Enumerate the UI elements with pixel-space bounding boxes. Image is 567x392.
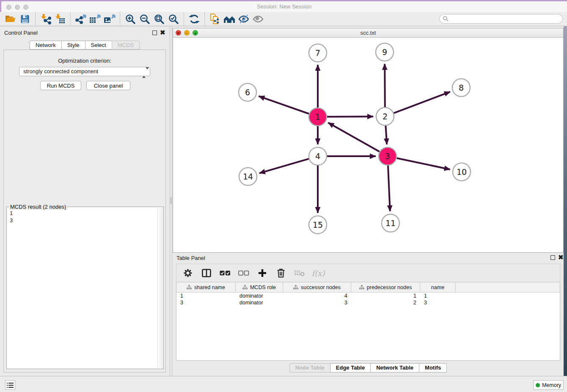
tab-node-table[interactable]: Node Table (289, 363, 330, 373)
zoom-window-icon[interactable] (23, 5, 28, 10)
column-type-icon (293, 285, 298, 290)
tab-mcds[interactable]: MCDS (112, 41, 140, 50)
desktop-background (564, 26, 567, 376)
search-input[interactable] (439, 14, 563, 24)
cell-successor-nodes[interactable]: 4 (283, 293, 351, 299)
splitter-grip[interactable] (170, 197, 172, 204)
show-all-button[interactable] (251, 13, 265, 25)
tab-select[interactable]: Select (85, 41, 112, 50)
mcds-result-box: MCDS result (2 nodes) 13 (6, 207, 164, 369)
gear-button[interactable] (182, 267, 194, 279)
cell-predecessor-nodes[interactable]: 2 (351, 299, 420, 306)
save-session-icon (20, 14, 30, 24)
add-column-button[interactable] (256, 267, 269, 279)
first-neighbors-button[interactable] (222, 13, 237, 25)
search-box (439, 14, 563, 24)
column-header-MCDS-role[interactable]: MCDS role (236, 282, 283, 292)
tab-style[interactable]: Style (61, 41, 85, 50)
toolbar-separator (35, 13, 36, 25)
column-header-shared-name[interactable]: shared name (176, 282, 236, 292)
column-header-successor-nodes[interactable]: successor nodes (283, 282, 351, 292)
cell-shared-name[interactable]: 1 (176, 293, 236, 299)
run-mcds-button[interactable]: Run MCDS (40, 81, 81, 90)
clone-network-button[interactable] (208, 13, 222, 25)
cell-name[interactable]: 1 (420, 293, 456, 299)
cell-successor-nodes[interactable]: 3 (283, 299, 351, 306)
table-panel: Table Panel ✖ f(x) shared nameMCDS roles… (173, 253, 564, 376)
control-panel-tabs: NetworkStyleSelectMCDS (0, 41, 169, 50)
hide-selected-button[interactable] (237, 13, 251, 25)
node-label-1: 1 (315, 112, 320, 121)
column-header-name[interactable]: name (420, 282, 456, 292)
open-file-button[interactable] (3, 13, 18, 25)
table-row[interactable]: 3dominator323 (176, 299, 560, 306)
network-graph[interactable]: 1234678910111415 (173, 38, 563, 252)
zoom-in-icon (125, 14, 136, 25)
import-table-button[interactable] (53, 13, 67, 25)
table-header-row: shared nameMCDS rolesuccessor nodesprede… (176, 282, 560, 293)
cell-name[interactable]: 3 (420, 299, 456, 306)
import-network-button[interactable] (39, 13, 53, 25)
edge-3-1[interactable] (328, 123, 379, 152)
close-panel-icon[interactable]: ✖ (160, 29, 165, 36)
tab-edge-table[interactable]: Edge Table (330, 363, 370, 373)
zoom-fit-button[interactable] (152, 13, 166, 25)
column-header-predecessor-nodes[interactable]: predecessor nodes (351, 282, 420, 292)
cell-shared-name[interactable]: 3 (176, 299, 236, 306)
network-view-window: ✕ − ＋ scc.txt 1234678910111415 (173, 28, 564, 253)
toolbar-separator (70, 13, 71, 25)
close-table-panel-icon[interactable]: ✖ (558, 254, 564, 261)
table-tabs: Node TableEdge TableNetwork TableMotifs (173, 363, 564, 373)
export-table-button[interactable] (88, 13, 102, 25)
memory-label: Memory (542, 382, 561, 388)
node-label-15: 15 (313, 220, 323, 229)
criterion-dropdown[interactable]: strongly connected component (19, 67, 150, 76)
tab-network-table[interactable]: Network Table (370, 363, 419, 373)
cell-MCDS-role[interactable]: dominator (236, 299, 283, 306)
export-image-button[interactable] (102, 13, 117, 25)
select-all-icon (220, 270, 231, 276)
float-panel-icon[interactable] (152, 30, 157, 35)
delete-column-button[interactable] (275, 267, 287, 279)
result-scrollbar[interactable] (157, 207, 163, 368)
network-window-title: scc.txt (173, 28, 563, 38)
minimize-window-icon[interactable] (15, 5, 20, 10)
mcds-result-text[interactable]: 13 (7, 208, 157, 368)
first-neighbors-icon (223, 14, 236, 24)
zoom-selected-button[interactable] (166, 13, 181, 25)
split-view-icon (201, 268, 212, 278)
mcds-result-line: 1 (10, 210, 154, 217)
window-title: Session: New Session (1, 1, 567, 12)
add-column-icon (258, 268, 267, 278)
edge-1-6[interactable] (259, 96, 309, 114)
close-window-icon[interactable] (6, 5, 11, 10)
cell-MCDS-role[interactable]: dominator (236, 293, 283, 299)
export-network-button[interactable] (74, 13, 88, 25)
edge-2-9[interactable] (385, 64, 385, 107)
tab-motifs[interactable]: Motifs (419, 363, 447, 373)
memory-button[interactable]: Memory (533, 380, 564, 390)
node-table: shared nameMCDS rolesuccessor nodesprede… (176, 282, 560, 361)
split-view-button[interactable] (200, 267, 213, 279)
edge-3-11[interactable] (388, 166, 390, 211)
table-row[interactable]: 1dominator411 (176, 293, 560, 299)
zoom-out-button[interactable] (138, 13, 152, 25)
edge-2-8[interactable] (394, 92, 450, 113)
table-panel-title: Table Panel (176, 255, 205, 261)
edge-3-10[interactable] (397, 158, 450, 170)
refresh-layout-button[interactable] (187, 13, 201, 25)
save-session-button[interactable] (18, 13, 32, 25)
cell-predecessor-nodes[interactable]: 1 (351, 293, 420, 299)
edge-2-3[interactable] (385, 126, 387, 144)
zoom-in-button[interactable] (123, 13, 138, 25)
deselect-all-button[interactable] (237, 267, 250, 279)
edge-1-2[interactable] (327, 116, 373, 117)
developers-log-button[interactable] (5, 380, 15, 390)
edge-4-14[interactable] (259, 159, 309, 173)
column-type-icon (359, 285, 364, 290)
select-all-button[interactable] (219, 267, 231, 279)
vertical-splitter[interactable] (169, 26, 173, 376)
tab-network[interactable]: Network (30, 41, 61, 50)
float-table-panel-icon[interactable] (550, 255, 555, 260)
close-panel-button[interactable]: Close panel (86, 81, 130, 90)
